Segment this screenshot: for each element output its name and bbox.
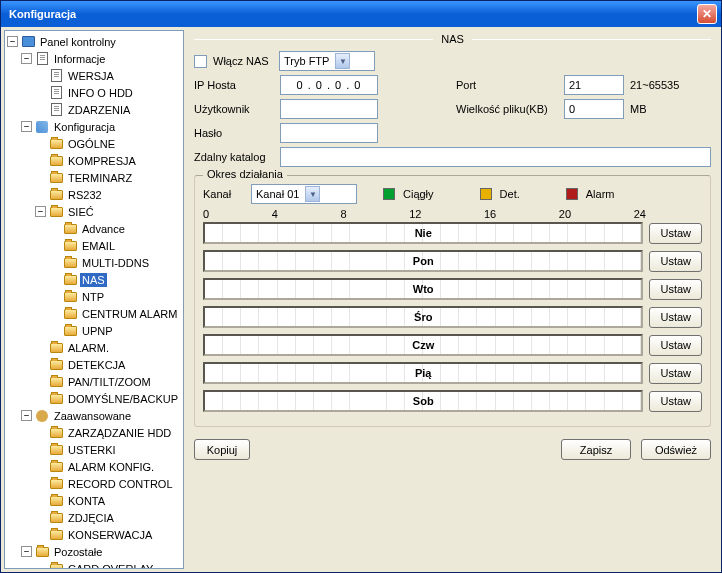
tree-label: KOMPRESJA xyxy=(66,154,138,168)
folder-icon xyxy=(63,324,77,338)
tree-toggle[interactable]: − xyxy=(7,36,18,47)
tree-item[interactable]: NAS xyxy=(7,271,181,288)
enable-nas-label: Włącz NAS xyxy=(213,55,279,67)
channel-select[interactable]: Kanał 01 ▼ xyxy=(251,184,357,204)
tree-item[interactable]: WERSJA xyxy=(7,67,181,84)
set-button[interactable]: Ustaw xyxy=(649,223,702,244)
tree-item[interactable]: RECORD CONTROL xyxy=(7,475,181,492)
tree-item[interactable]: ZDARZENIA xyxy=(7,101,181,118)
tree-item[interactable]: INFO O HDD xyxy=(7,84,181,101)
tree-item[interactable]: ALARM. xyxy=(7,339,181,356)
tree-toggle[interactable]: − xyxy=(21,121,32,132)
tree-item[interactable]: EMAIL xyxy=(7,237,181,254)
main-panel: NAS Włącz NAS Tryb FTP ▼ IP Hosta 0 . 0 … xyxy=(184,27,721,572)
tree-sidebar[interactable]: −Panel kontrolny−InformacjeWERSJAINFO O … xyxy=(4,30,184,569)
day-timeline[interactable]: Czw xyxy=(203,334,643,356)
folder-icon xyxy=(49,477,63,491)
folder-icon xyxy=(49,562,63,570)
tree-toggle[interactable]: − xyxy=(35,206,46,217)
set-button[interactable]: Ustaw xyxy=(649,335,702,356)
set-button[interactable]: Ustaw xyxy=(649,279,702,300)
set-button[interactable]: Ustaw xyxy=(649,307,702,328)
page-icon xyxy=(49,103,63,117)
filesize-input[interactable]: 0 xyxy=(564,99,624,119)
tree-item[interactable]: OGÓLNE xyxy=(7,135,181,152)
tree-item[interactable]: Advance xyxy=(7,220,181,237)
day-timeline[interactable]: Pon xyxy=(203,250,643,272)
tree-item[interactable]: −Informacje xyxy=(7,50,181,67)
tree-item[interactable]: KONSERWACJA xyxy=(7,526,181,543)
enable-nas-checkbox[interactable] xyxy=(194,55,207,68)
page-icon xyxy=(49,86,63,100)
set-button[interactable]: Ustaw xyxy=(649,391,702,412)
tree-item[interactable]: UPNP xyxy=(7,322,181,339)
tree-item[interactable]: KONTA xyxy=(7,492,181,509)
set-button[interactable]: Ustaw xyxy=(649,251,702,272)
tree-item[interactable]: MULTI-DDNS xyxy=(7,254,181,271)
swatch-continuous-icon xyxy=(383,188,395,200)
titlebar: Konfiguracja ✕ xyxy=(1,1,721,27)
tree-item[interactable]: TERMINARZ xyxy=(7,169,181,186)
tree-item[interactable]: −SIEĆ xyxy=(7,203,181,220)
filesize-unit: MB xyxy=(630,103,647,115)
tree-item[interactable]: DETEKCJA xyxy=(7,356,181,373)
folder-icon xyxy=(49,341,63,355)
page-icon xyxy=(49,69,63,83)
tree-item[interactable]: NTP xyxy=(7,288,181,305)
channel-label: Kanał xyxy=(203,188,243,200)
config-window: Konfiguracja ✕ −Panel kontrolny−Informac… xyxy=(0,0,722,573)
pass-input[interactable] xyxy=(280,123,378,143)
tree-item[interactable]: KOMPRESJA xyxy=(7,152,181,169)
window-title: Konfiguracja xyxy=(5,8,697,20)
legend-alarm: Alarm xyxy=(586,188,615,200)
save-button[interactable]: Zapisz xyxy=(561,439,631,460)
tree-item[interactable]: PAN/TILT/ZOOM xyxy=(7,373,181,390)
copy-button[interactable]: Kopiuj xyxy=(194,439,250,460)
tree-item[interactable]: ZARZĄDZANIE HDD xyxy=(7,424,181,441)
tree-item[interactable]: −Pozostałe xyxy=(7,543,181,560)
folder-icon xyxy=(49,392,63,406)
page-icon xyxy=(35,52,49,66)
section-header: NAS xyxy=(194,33,711,45)
day-timeline[interactable]: Sob xyxy=(203,390,643,412)
folder-icon xyxy=(49,137,63,151)
tree-label: WERSJA xyxy=(66,69,116,83)
user-input[interactable] xyxy=(280,99,378,119)
refresh-button[interactable]: Odśwież xyxy=(641,439,711,460)
port-range: 21~65535 xyxy=(630,79,679,91)
tree-item[interactable]: ZDJĘCIA xyxy=(7,509,181,526)
day-row: WtoUstaw xyxy=(203,278,702,300)
day-timeline[interactable]: Śro xyxy=(203,306,643,328)
day-timeline[interactable]: Wto xyxy=(203,278,643,300)
tree-item[interactable]: −Panel kontrolny xyxy=(7,33,181,50)
tree-label: DOMYŚLNE/BACKUP xyxy=(66,392,180,406)
tree-item[interactable]: ALARM KONFIG. xyxy=(7,458,181,475)
ip-host-input[interactable]: 0 . 0 . 0 . 0 xyxy=(280,75,378,95)
day-label: Śro xyxy=(414,311,432,323)
tree-item[interactable]: USTERKI xyxy=(7,441,181,458)
close-button[interactable]: ✕ xyxy=(697,4,717,24)
tree-item[interactable]: RS232 xyxy=(7,186,181,203)
day-timeline[interactable]: Nie xyxy=(203,222,643,244)
section-title: NAS xyxy=(433,33,472,45)
remote-dir-input[interactable] xyxy=(280,147,711,167)
tree-label: Advance xyxy=(80,222,127,236)
chevron-down-icon: ▼ xyxy=(305,186,320,202)
day-label: Wto xyxy=(413,283,434,295)
tree-toggle[interactable]: − xyxy=(21,546,32,557)
tree-label: ZDARZENIA xyxy=(66,103,132,117)
tree-item[interactable]: −Zaawansowane xyxy=(7,407,181,424)
tree-item[interactable]: −Konfiguracja xyxy=(7,118,181,135)
tree-item[interactable]: DOMYŚLNE/BACKUP xyxy=(7,390,181,407)
tree-toggle[interactable]: − xyxy=(21,410,32,421)
tree-item[interactable]: CARD OVERLAY xyxy=(7,560,181,569)
folder-icon xyxy=(49,494,63,508)
tree-toggle[interactable]: − xyxy=(21,53,32,64)
mode-select[interactable]: Tryb FTP ▼ xyxy=(279,51,375,71)
set-button[interactable]: Ustaw xyxy=(649,363,702,384)
tree-item[interactable]: CENTRUM ALARM xyxy=(7,305,181,322)
port-input[interactable]: 21 xyxy=(564,75,624,95)
day-timeline[interactable]: Pią xyxy=(203,362,643,384)
port-label: Port xyxy=(456,79,564,91)
folder-icon xyxy=(63,290,77,304)
